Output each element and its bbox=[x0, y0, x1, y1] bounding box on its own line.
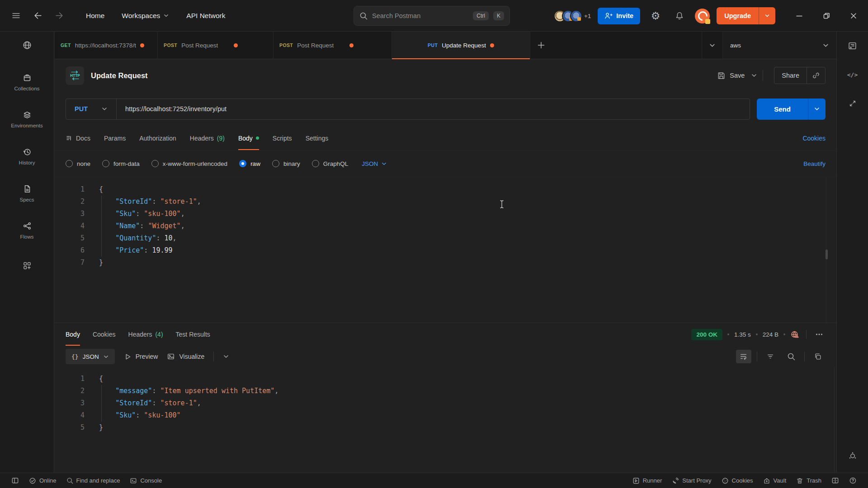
send-button[interactable]: Send bbox=[757, 99, 826, 120]
response-tab-body[interactable]: Body bbox=[66, 323, 80, 346]
split-panel-button[interactable] bbox=[826, 477, 844, 484]
connection-status[interactable]: Online bbox=[24, 473, 61, 488]
tab-headers[interactable]: Headers (9) bbox=[190, 126, 225, 150]
request-tab-post-2[interactable]: POST Post Request bbox=[274, 32, 392, 59]
sidebar-item-specs[interactable]: Specs bbox=[20, 184, 34, 202]
tab-body[interactable]: Body bbox=[238, 126, 259, 150]
request-tab-get[interactable]: GET https://localhost:7378/t bbox=[55, 32, 158, 59]
nav-workspaces[interactable]: Workspaces bbox=[116, 8, 175, 23]
response-more-actions-button[interactable] bbox=[813, 328, 826, 341]
start-proxy-button[interactable]: Start Proxy bbox=[667, 477, 716, 484]
send-options-button[interactable] bbox=[808, 99, 826, 120]
global-search-input[interactable]: Search Postman Ctrl K bbox=[354, 6, 510, 26]
save-options-button[interactable] bbox=[751, 72, 757, 79]
nav-back-button[interactable] bbox=[29, 7, 46, 24]
copy-link-button[interactable] bbox=[807, 67, 825, 84]
request-tab-put-active[interactable]: PUT Update Request bbox=[392, 32, 530, 59]
notifications-button[interactable] bbox=[671, 7, 688, 24]
nav-api-network[interactable]: API Network bbox=[181, 8, 231, 23]
filter-button[interactable] bbox=[763, 350, 778, 363]
response-tab-cookies[interactable]: Cookies bbox=[93, 323, 116, 346]
cookies-button[interactable]: Cookies bbox=[717, 477, 758, 484]
sidebar-item-collections[interactable]: Collections bbox=[14, 73, 39, 91]
team-avatars[interactable]: +1 bbox=[554, 10, 591, 22]
main-menu-button[interactable] bbox=[7, 7, 24, 24]
share-button[interactable]: Share bbox=[774, 67, 826, 84]
sidebar-item-flows[interactable]: Flows bbox=[20, 221, 33, 239]
console-label: Console bbox=[140, 477, 162, 484]
tab-docs[interactable]: Docs bbox=[66, 126, 90, 150]
tab-scripts[interactable]: Scripts bbox=[273, 126, 292, 150]
mode-none[interactable]: none bbox=[66, 160, 90, 167]
status-badge[interactable]: 200 OK bbox=[691, 329, 722, 340]
response-size[interactable]: 224 B bbox=[763, 331, 778, 338]
search-response-button[interactable] bbox=[783, 350, 799, 363]
status-bar: Online Find and replace Console Runner S… bbox=[0, 473, 868, 488]
method-dropdown[interactable]: PUT bbox=[66, 99, 116, 119]
url-input[interactable]: https://localhost:7252/inventory/put bbox=[117, 99, 750, 119]
upgrade-button[interactable]: Upgrade bbox=[717, 7, 775, 24]
environment-selector[interactable]: aws bbox=[722, 32, 836, 59]
invite-button[interactable]: Invite bbox=[598, 8, 640, 24]
preview-button[interactable]: Preview bbox=[124, 353, 158, 361]
response-tab-test-results[interactable]: Test Results bbox=[176, 323, 210, 346]
editor-scrollbar-thumb[interactable] bbox=[826, 249, 828, 259]
vault-icon bbox=[763, 477, 770, 484]
response-format-dropdown[interactable]: {} JSON bbox=[66, 349, 115, 364]
code-line: 1{ bbox=[55, 183, 836, 196]
sidebar-item-environments[interactable]: Environments bbox=[11, 110, 42, 128]
mode-graphql[interactable]: GraphQL bbox=[312, 160, 349, 167]
agent-selector-button[interactable] bbox=[845, 449, 860, 463]
response-time[interactable]: 1.35 s bbox=[734, 331, 751, 338]
visualize-options-button[interactable] bbox=[223, 353, 229, 360]
tab-overflow-button[interactable] bbox=[702, 32, 722, 59]
vault-label: Vault bbox=[774, 477, 787, 484]
tab-params[interactable]: Params bbox=[104, 126, 126, 150]
vault-button[interactable]: Vault bbox=[758, 477, 792, 484]
radio-selected-icon bbox=[239, 160, 246, 167]
raw-format-dropdown[interactable]: JSON bbox=[362, 160, 387, 167]
request-tab-post-1[interactable]: POST Post Request bbox=[158, 32, 274, 59]
code-snippet-button[interactable]: </> bbox=[845, 68, 860, 81]
window-close-button[interactable] bbox=[850, 12, 857, 19]
tab-settings[interactable]: Settings bbox=[306, 126, 329, 150]
visualize-button[interactable]: Visualize bbox=[167, 352, 204, 361]
environment-quick-look-button[interactable] bbox=[845, 39, 860, 52]
window-minimize-button[interactable] bbox=[796, 12, 803, 19]
beautify-link[interactable]: Beautify bbox=[803, 160, 826, 167]
response-tab-headers[interactable]: Headers (4) bbox=[128, 323, 163, 346]
nav-home[interactable]: Home bbox=[80, 8, 110, 23]
postman-logo[interactable] bbox=[695, 9, 710, 23]
console-button[interactable]: Console bbox=[125, 473, 167, 488]
expand-panel-button[interactable] bbox=[845, 97, 860, 110]
sidebar-more-tools-button[interactable] bbox=[23, 261, 32, 272]
settings-button[interactable]: ⚙ bbox=[647, 7, 664, 24]
mode-raw[interactable]: raw bbox=[239, 160, 260, 167]
runner-button[interactable]: Runner bbox=[627, 477, 667, 484]
cookies-link[interactable]: Cookies bbox=[802, 126, 826, 150]
find-and-replace-button[interactable]: Find and replace bbox=[61, 473, 125, 488]
mode-binary[interactable]: binary bbox=[272, 160, 300, 167]
request-title: Update Request bbox=[91, 71, 148, 80]
new-tab-button[interactable] bbox=[530, 32, 552, 59]
save-button[interactable]: Save bbox=[717, 71, 745, 80]
window-restore-button[interactable] bbox=[823, 12, 830, 19]
shortcut-key-k: K bbox=[493, 11, 504, 20]
network-warning-icon[interactable] bbox=[790, 330, 800, 339]
request-body-editor[interactable]: 1{2 "StoreId": "store-1",3 "Sku": "sku-1… bbox=[55, 177, 836, 323]
help-button[interactable] bbox=[844, 477, 862, 484]
tab-authorization[interactable]: Authorization bbox=[139, 126, 176, 150]
mode-urlencoded[interactable]: x-www-form-urlencoded bbox=[151, 160, 227, 167]
nav-forward-button[interactable] bbox=[51, 7, 68, 24]
mode-form-data[interactable]: form-data bbox=[102, 160, 140, 167]
workspace-globe-icon[interactable] bbox=[19, 38, 35, 52]
response-body-viewer[interactable]: 1{2 "message": "Item upserted with PutIt… bbox=[55, 367, 836, 474]
window-controls bbox=[796, 12, 861, 19]
sidebar-item-history[interactable]: History bbox=[19, 147, 35, 165]
trash-button[interactable]: Trash bbox=[791, 477, 826, 484]
upgrade-chevron-button[interactable] bbox=[759, 7, 775, 24]
wrap-text-button[interactable] bbox=[736, 350, 751, 363]
toggle-sidebar-button[interactable] bbox=[6, 473, 24, 488]
code-line: 3 "StoreId": "store-1", bbox=[55, 397, 836, 409]
copy-response-button[interactable] bbox=[810, 350, 826, 363]
